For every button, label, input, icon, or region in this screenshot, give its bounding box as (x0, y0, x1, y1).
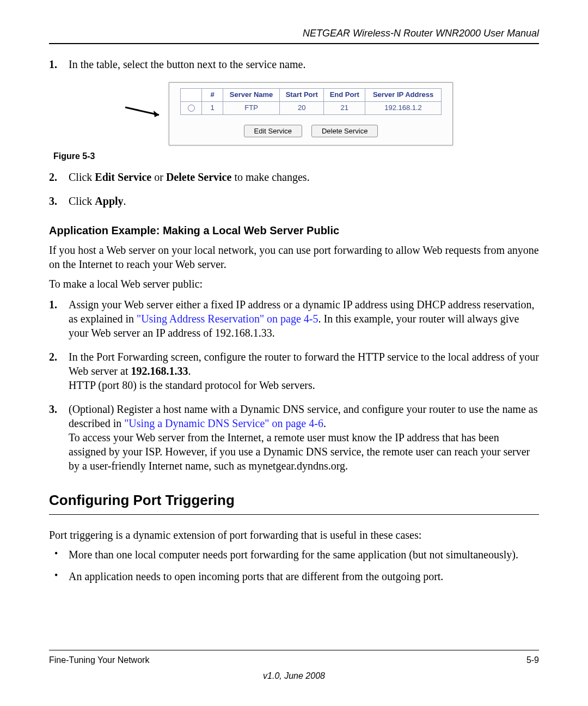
svg-marker-1 (154, 111, 159, 117)
figure-5-3: # Server Name Start Port End Port Server… (114, 82, 474, 145)
paragraph: To make a local Web server public: (49, 277, 539, 291)
th-start-port: Start Port (280, 89, 324, 102)
footer-page-number: 5-9 (526, 655, 539, 666)
step-text: In the Port Forwarding screen, configure… (69, 351, 539, 391)
step-1: 1. In the table, select the button next … (49, 57, 539, 71)
step-number: 3. (49, 194, 57, 208)
heading-rule (49, 514, 539, 515)
edit-service-button[interactable]: Edit Service (244, 125, 302, 137)
cell-start: 20 (280, 102, 324, 115)
step-number: 1. (49, 297, 57, 312)
running-header: NETGEAR Wireless-N Router WNR2000 User M… (49, 27, 539, 43)
example-step-2: 2. In the Port Forwarding screen, config… (49, 350, 539, 392)
step-text: (Optional) Register a host name with a D… (69, 403, 537, 472)
cell-end: 21 (324, 102, 365, 115)
row-radio[interactable] (188, 105, 195, 112)
header-rule (49, 43, 539, 44)
port-forwarding-panel: # Server Name Start Port End Port Server… (169, 82, 453, 145)
heading-configuring-port-triggering: Configuring Port Triggering (49, 491, 539, 510)
step-text: Click Apply. (69, 195, 126, 207)
subheading-application-example: Application Example: Making a Local Web … (49, 223, 539, 238)
th-index: # (202, 89, 223, 102)
th-server-name: Server Name (223, 89, 280, 102)
service-table: # Server Name Start Port End Port Server… (180, 88, 442, 115)
step-2: 2. Click Edit Service or Delete Service … (49, 170, 539, 184)
delete-service-button[interactable]: Delete Service (311, 125, 378, 137)
page-footer: Fine-Tuning Your Network 5-9 v1.0, June … (49, 646, 539, 682)
figure-caption: Figure 5-3 (53, 151, 539, 162)
step-text: Click Edit Service or Delete Service to … (69, 171, 310, 183)
th-server-ip: Server IP Address (365, 89, 442, 102)
example-step-3: 3. (Optional) Register a host name with … (49, 402, 539, 473)
step-3: 3. Click Apply. (49, 194, 539, 208)
example-step-1: 1. Assign your Web server either a fixed… (49, 297, 539, 340)
step-number: 1. (49, 57, 57, 71)
th-select (181, 89, 202, 102)
step-number: 3. (49, 402, 57, 416)
pointer-arrow-icon (125, 105, 169, 118)
cell-ip: 192.168.1.2 (365, 102, 442, 115)
step-text: In the table, select the button next to … (69, 58, 305, 70)
th-end-port: End Port (324, 89, 365, 102)
link-address-reservation[interactable]: "Using Address Reservation" on page 4-5 (137, 313, 318, 325)
step-text: Assign your Web server either a fixed IP… (69, 299, 535, 339)
table-row: 1 FTP 20 21 192.168.1.2 (181, 102, 442, 115)
list-item: An application needs to open incoming po… (49, 569, 539, 583)
footer-rule (49, 650, 539, 650)
paragraph: If you host a Web server on your local n… (49, 243, 539, 271)
footer-chapter: Fine-Tuning Your Network (49, 655, 149, 666)
link-dynamic-dns[interactable]: "Using a Dynamic DNS Service" on page 4-… (124, 417, 323, 429)
paragraph: Port triggering is a dynamic extension o… (49, 528, 539, 542)
cell-server: FTP (223, 102, 280, 115)
footer-version: v1.0, June 2008 (49, 671, 539, 682)
list-item: More than one local computer needs port … (49, 547, 539, 562)
step-number: 2. (49, 350, 57, 364)
step-number: 2. (49, 170, 57, 184)
cell-index: 1 (202, 102, 223, 115)
